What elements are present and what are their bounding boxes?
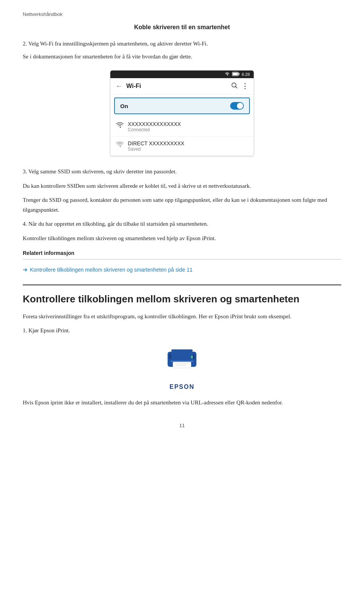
- printer-icon: [163, 346, 201, 381]
- svg-rect-1: [238, 73, 239, 75]
- phone-mockup: 6:28 ← Wi-Fi ⋮ On: [110, 70, 254, 156]
- step3-extra: Trenger du SSID og passord, kontakter du…: [23, 195, 341, 215]
- network2-status: Saved: [128, 146, 184, 152]
- related-info-block: Relatert informasjon ➔ Kontrollere tilko…: [23, 250, 341, 273]
- phone-status-bar: 6:28: [110, 71, 254, 78]
- network1-wifi-icon: [116, 122, 124, 130]
- status-wifi-icon: [224, 72, 230, 77]
- svg-rect-13: [193, 354, 195, 359]
- back-arrow-icon[interactable]: ←: [116, 82, 122, 90]
- search-icon[interactable]: [231, 82, 238, 90]
- network1-status: Connected: [128, 127, 181, 132]
- on-row: On: [114, 97, 250, 114]
- page-header: Nettverkshåndbok: [23, 11, 341, 17]
- related-link-text: Kontrollere tilkoblingen mellom skrivere…: [30, 267, 193, 273]
- phone-time: 6:28: [242, 72, 250, 77]
- related-link[interactable]: ➔ Kontrollere tilkoblingen mellom skrive…: [23, 266, 341, 273]
- step2b-text: Se i dokumentasjonen for smartenheten fo…: [23, 52, 341, 61]
- section2-title: Kontrollere tilkoblingen mellom skrivere…: [23, 285, 341, 306]
- on-label: On: [120, 103, 230, 109]
- network2-name: DIRECT XXXXXXXXXX: [128, 140, 184, 146]
- svg-rect-2: [232, 73, 238, 75]
- svg-line-4: [235, 86, 237, 88]
- wifi-toggle[interactable]: [230, 102, 244, 110]
- svg-rect-12: [169, 354, 171, 359]
- svg-rect-7: [171, 361, 193, 362]
- network1-row[interactable]: XXXXXXXXXXXXXXX Connected: [110, 117, 254, 137]
- network2-row[interactable]: DIRECT XXXXXXXXXX Saved: [110, 137, 254, 156]
- handbook-title: Nettverkshåndbok: [23, 11, 63, 17]
- section2-intro: Foreta skriverinnstillinger fra et utskr…: [23, 312, 341, 322]
- step3-text: 3. Velg samme SSID som skriveren, og skr…: [23, 167, 341, 177]
- step2a-text: 2. Velg Wi-Fi fra innstillingsskjermen p…: [23, 39, 341, 48]
- step4-text: 4. Når du har opprettet en tilkobling, g…: [23, 219, 341, 229]
- divider: [23, 259, 341, 259]
- section1-title: Koble skriveren til en smartenhet: [23, 24, 341, 31]
- epson-logo-container: EPSON: [23, 346, 341, 390]
- epson-logo-box: EPSON: [163, 346, 201, 390]
- phone-mockup-container: 6:28 ← Wi-Fi ⋮ On: [23, 70, 341, 156]
- network1-name: XXXXXXXXXXXXXXX: [128, 121, 181, 127]
- arrow-link-icon: ➔: [23, 266, 28, 273]
- section2-step1: 1. Kjør Epson iPrint.: [23, 326, 341, 336]
- status-battery-icon: [232, 72, 240, 77]
- phone-wifi-header: ← Wi-Fi ⋮: [110, 78, 254, 94]
- svg-rect-5: [171, 349, 193, 352]
- phone-header-icons: ⋮: [231, 82, 248, 90]
- related-info-title: Relatert informasjon: [23, 250, 341, 256]
- page-number: 11: [23, 423, 341, 428]
- step3-block: 3. Velg samme SSID som skriveren, og skr…: [23, 167, 341, 215]
- network2-wifi-icon: [116, 141, 124, 149]
- epson-brand-text: EPSON: [169, 384, 195, 390]
- step3-detail: Du kan kontrollere SSIDen som skriveren …: [23, 181, 341, 191]
- footer-text: Hvis Epson iprint ikke er installert, in…: [23, 398, 341, 408]
- network1-info: XXXXXXXXXXXXXXX Connected: [128, 121, 181, 132]
- svg-rect-8: [173, 362, 191, 368]
- check-text: Kontroller tilkoblingen mellom skriveren…: [23, 234, 341, 244]
- wifi-header-title: Wi-Fi: [126, 83, 227, 90]
- network2-info: DIRECT XXXXXXXXXX Saved: [128, 140, 184, 152]
- more-icon[interactable]: ⋮: [242, 82, 248, 90]
